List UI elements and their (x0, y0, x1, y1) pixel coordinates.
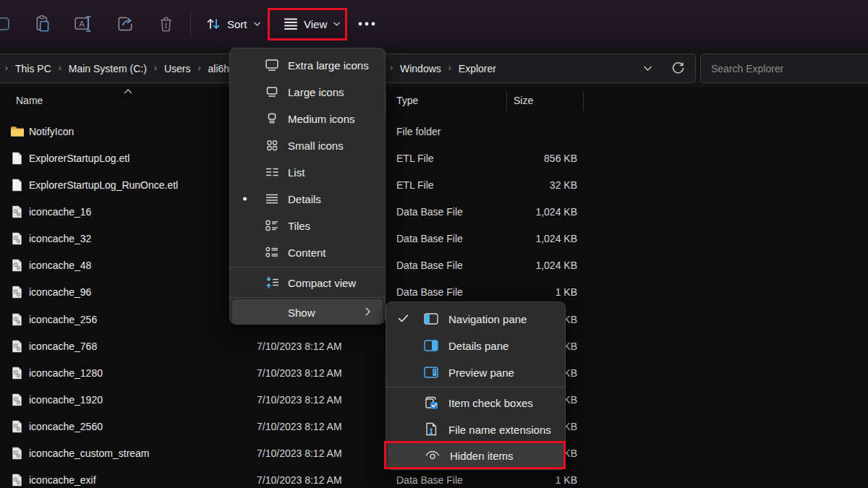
database-file-icon (12, 313, 22, 326)
file-name: ExplorerStartupLog.etl (29, 153, 129, 164)
file-date-modified: 7/10/2023 8:12 AM (257, 421, 342, 432)
paste-button[interactable] (33, 7, 52, 40)
breadcrumb-users[interactable]: Users (160, 60, 195, 77)
column-separator[interactable] (386, 92, 386, 111)
share-button[interactable] (116, 7, 135, 40)
database-file-icon (12, 474, 22, 487)
file-type: Data Base File (396, 474, 463, 486)
see-more-button[interactable] (357, 7, 376, 40)
file-row[interactable]: ExplorerStartupLog_RunOnce.etl ETL File … (0, 171, 868, 198)
menu-item-large-icons[interactable]: Large icons (230, 78, 385, 105)
menu-separator (230, 297, 385, 298)
menu-item-content[interactable]: Content (230, 239, 385, 265)
file-name-extensions-icon (425, 422, 437, 436)
column-header-row: Name Type Size (0, 88, 868, 114)
menu-item-list[interactable]: List (230, 158, 385, 185)
sort-button[interactable]: Sort (205, 7, 261, 40)
sort-arrows-icon (205, 16, 221, 32)
submenu-item-preview-pane[interactable]: Preview pane (386, 359, 565, 385)
file-date-modified: 7/10/2023 8:12 AM (257, 394, 342, 406)
submenu-item-file-name-extensions[interactable]: File name extensions (386, 416, 565, 442)
breadcrumb-drive[interactable]: Main System (C:) (64, 60, 151, 77)
compact-view-icon (265, 276, 279, 288)
menu-item-show[interactable]: Show (232, 299, 383, 325)
file-type: Data Base File (396, 260, 463, 271)
database-file-icon (12, 232, 22, 245)
address-bar-row: › This PC › Main System (C:) › Users › a… (0, 48, 868, 87)
file-row[interactable]: iconcache_16 Data Base File 1,024 KB (0, 198, 868, 225)
menu-item-compact-view[interactable]: Compact view (230, 269, 385, 296)
file-row[interactable]: iconcache_exif 7/10/2023 8:12 AM Data Ba… (0, 467, 868, 488)
tiles-icon (265, 220, 278, 231)
breadcrumb-chevron: › (151, 63, 160, 73)
extra-large-icons-icon (265, 59, 279, 72)
delete-button[interactable] (157, 7, 175, 40)
large-icons-icon (265, 86, 278, 98)
chevron-right-icon (365, 307, 371, 316)
file-size: 32 KB (499, 179, 577, 191)
medium-icons-icon (266, 113, 278, 124)
menu-item-details[interactable]: Details (230, 185, 385, 212)
breadcrumb-chevron: › (195, 63, 203, 73)
file-name: iconcache_768 (29, 341, 97, 352)
annotation-red-box-view-button (268, 8, 347, 40)
submenu-item-details-pane[interactable]: Details pane (386, 332, 565, 359)
submenu-item-navigation-pane[interactable]: Navigation pane (386, 305, 565, 332)
file-row[interactable]: NotifyIcon File folder (0, 118, 868, 145)
paste-icon (33, 14, 52, 33)
file-name: iconcache_256 (29, 314, 97, 325)
file-size: 1,024 KB (499, 260, 577, 271)
list-icon (265, 167, 278, 177)
details-pane-icon (424, 340, 438, 351)
column-separator[interactable] (506, 92, 507, 111)
refresh-icon[interactable] (671, 61, 685, 75)
document-icon (12, 152, 22, 165)
menu-separator (386, 387, 565, 388)
file-size: 1 KB (499, 286, 577, 298)
search-input[interactable] (701, 54, 868, 82)
breadcrumb-this-pc[interactable]: This PC (11, 60, 56, 77)
address-dropdown-chevron-icon[interactable] (643, 65, 652, 72)
checkmark-icon (398, 314, 409, 322)
file-row[interactable]: iconcache_48 Data Base File 1,024 KB (0, 252, 868, 279)
menu-separator (230, 267, 385, 267)
menu-item-extra-large-icons[interactable]: Extra large icons (230, 51, 385, 78)
file-type: ETL File (396, 179, 434, 191)
folder-icon (10, 126, 24, 137)
file-row[interactable]: ExplorerStartupLog.etl ETL File 856 KB (0, 145, 868, 171)
file-date-modified: 7/10/2023 8:12 AM (257, 474, 342, 486)
document-icon (12, 179, 22, 192)
menu-item-medium-icons[interactable]: Medium icons (230, 105, 385, 132)
database-file-icon (12, 420, 22, 433)
chevron-down-icon (253, 21, 261, 27)
command-toolbar: A (0, 0, 868, 48)
sort-ascending-caret-icon (123, 88, 133, 95)
file-name: iconcache_32 (29, 233, 91, 244)
cut-button[interactable] (0, 7, 9, 40)
column-header-name[interactable]: Name (16, 95, 43, 106)
file-name: iconcache_96 (29, 286, 91, 298)
toolbar-divider (190, 11, 191, 37)
file-name: iconcache_custom_stream (29, 448, 150, 459)
file-name: iconcache_16 (29, 206, 91, 218)
file-type: ETL File (396, 153, 434, 164)
rename-button[interactable]: A (74, 7, 93, 40)
column-header-type[interactable]: Type (396, 95, 418, 106)
database-file-icon (12, 286, 22, 299)
database-file-icon (12, 447, 22, 460)
column-header-size[interactable]: Size (514, 95, 533, 106)
file-row[interactable]: iconcache_32 Data Base File 1,024 KB (0, 226, 868, 252)
selected-bullet (243, 197, 247, 200)
menu-item-small-icons[interactable]: Small icons (230, 132, 385, 158)
breadcrumb-chevron: › (446, 63, 454, 73)
breadcrumb-windows[interactable]: Windows (396, 60, 446, 77)
database-file-icon (12, 259, 22, 272)
breadcrumb-chevron: › (387, 63, 396, 73)
menu-item-tiles[interactable]: Tiles (230, 212, 385, 239)
submenu-item-item-check-boxes[interactable]: Item check boxes (386, 389, 565, 416)
column-separator[interactable] (583, 92, 584, 111)
file-type: Data Base File (396, 206, 463, 218)
breadcrumb-explorer[interactable]: Explorer (454, 60, 501, 77)
file-size: 1 KB (499, 474, 577, 486)
file-name: iconcache_1920 (29, 394, 103, 406)
